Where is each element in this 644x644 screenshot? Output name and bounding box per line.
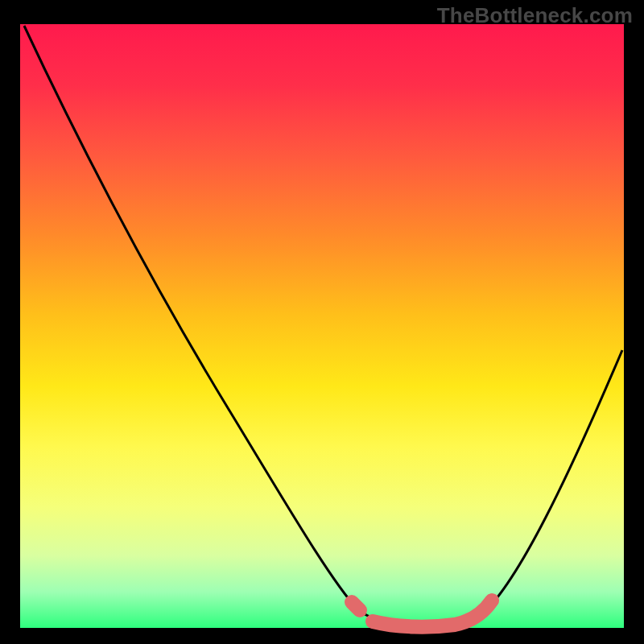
chart-frame: TheBottleneck.com [0,0,644,644]
bottleneck-curve [24,26,622,626]
optimal-highlight-left [352,602,360,610]
bottleneck-curve-svg [20,24,624,628]
plot-area [20,24,624,628]
optimal-highlight-main [373,601,492,627]
